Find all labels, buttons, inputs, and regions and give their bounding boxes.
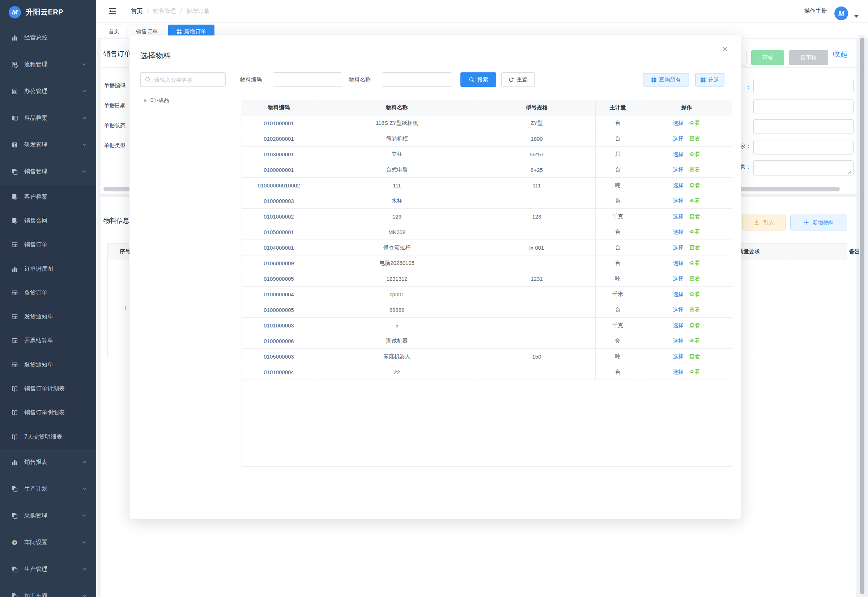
sidebar-item-17[interactable]: 销售报表: [0, 448, 96, 475]
sidebar-item-8[interactable]: 销售订单: [0, 233, 96, 257]
add-material-button[interactable]: 新增物料: [790, 215, 847, 230]
select-link[interactable]: 选择: [673, 369, 684, 376]
select-link[interactable]: 选择: [673, 120, 684, 127]
vertical-scrollbar-track[interactable]: [859, 35, 865, 597]
query-all-button[interactable]: 查询所有: [643, 73, 689, 86]
select-link[interactable]: 选择: [673, 306, 684, 313]
view-link[interactable]: 查看: [689, 135, 700, 142]
select-link[interactable]: 选择: [673, 198, 684, 205]
sidebar-item-6[interactable]: 客户档案: [0, 185, 96, 209]
sidebar-item-11[interactable]: 发货通知单: [0, 304, 96, 328]
sidebar-item-19[interactable]: 采购管理: [0, 502, 96, 529]
view-link[interactable]: 查看: [689, 198, 700, 205]
view-link[interactable]: 查看: [689, 260, 700, 267]
cell-code: 0109000005: [242, 271, 316, 286]
search-button[interactable]: 搜索: [461, 72, 496, 87]
manual-link[interactable]: 操作手册: [804, 7, 827, 15]
view-link[interactable]: 查看: [689, 229, 700, 236]
view-link[interactable]: 查看: [689, 151, 700, 158]
view-link[interactable]: 查看: [689, 306, 700, 313]
sidebar-item-0[interactable]: 经营总控: [0, 24, 96, 51]
table-icon: [11, 241, 18, 249]
select-link[interactable]: 选择: [673, 322, 684, 329]
select-link[interactable]: 选择: [673, 229, 684, 236]
select-link[interactable]: 选择: [673, 213, 684, 220]
sidebar-item-10[interactable]: 备货订单: [0, 281, 96, 304]
avatar-caret-icon[interactable]: [854, 15, 859, 18]
select-link[interactable]: 选择: [673, 337, 684, 345]
material-name-input[interactable]: [382, 72, 452, 87]
select-link[interactable]: 选择: [673, 260, 684, 267]
cell-unit: 吨: [595, 178, 640, 193]
reset-button[interactable]: 重置: [501, 72, 535, 87]
right-form-input-3[interactable]: [753, 140, 853, 154]
select-link[interactable]: 选择: [673, 182, 684, 189]
collapse-link[interactable]: 收起: [833, 49, 847, 59]
sidebar-item-13[interactable]: 退货通知单: [0, 353, 96, 377]
view-link[interactable]: 查看: [689, 322, 700, 329]
resize-grip-icon[interactable]: [847, 170, 852, 174]
sidebar-item-1[interactable]: 流程管理: [0, 51, 96, 78]
close-icon[interactable]: ×: [722, 44, 728, 54]
sidebar-item-label: 加工车间: [24, 592, 82, 597]
cell-name: 立柱: [316, 147, 478, 162]
table-row: 0105000003家庭机器人150吨选择查看: [242, 349, 732, 364]
view-link[interactable]: 查看: [689, 291, 700, 298]
view-link[interactable]: 查看: [689, 353, 700, 360]
sidebar-item-5[interactable]: 销售管理: [0, 158, 96, 185]
sidebar-item-22[interactable]: 加工车间: [0, 582, 96, 597]
sidebar-item-3[interactable]: 料品档案: [0, 105, 96, 131]
sidebar-collapse-icon[interactable]: [107, 6, 117, 16]
select-link[interactable]: 选择: [673, 244, 684, 251]
cell-unit: 台: [595, 364, 640, 380]
sidebar-item-15[interactable]: 销售订单明细表: [0, 401, 96, 425]
sidebar-item-9[interactable]: 订单进度图: [0, 257, 96, 281]
table-row: 0106000009电脑20260105台选择查看: [242, 255, 732, 271]
sidebar-item-4[interactable]: 研发管理: [0, 131, 96, 158]
select-link[interactable]: 选择: [673, 353, 684, 360]
select-link[interactable]: 选择: [673, 135, 684, 142]
sidebar-item-7[interactable]: 销售合同: [0, 209, 96, 233]
view-link[interactable]: 查看: [689, 182, 700, 189]
multi-select-button[interactable]: 连选: [695, 73, 724, 86]
vertical-scrollbar-thumb[interactable]: [860, 38, 864, 594]
right-form-input-0[interactable]: [753, 79, 853, 94]
view-link[interactable]: 查看: [689, 244, 700, 251]
breadcrumb-item-0[interactable]: 首页: [131, 7, 142, 15]
import-button[interactable]: 引入: [742, 215, 785, 230]
cell-operations: 选择查看: [640, 271, 733, 286]
select-link[interactable]: 选择: [673, 275, 684, 282]
sidebar-item-18[interactable]: 生产计划: [0, 475, 96, 502]
sidebar-item-14[interactable]: 销售订单计划表: [0, 377, 96, 401]
material-code-input[interactable]: [273, 72, 342, 87]
cell-name: 123: [316, 209, 478, 224]
tree-caret-icon[interactable]: [144, 98, 147, 103]
right-form-input-2[interactable]: [753, 119, 853, 134]
remark-textarea[interactable]: [753, 160, 853, 175]
view-link[interactable]: 查看: [689, 166, 700, 173]
right-form-input-1[interactable]: [753, 100, 853, 114]
sidebar-item-12[interactable]: 开票结算单: [0, 329, 96, 353]
table-row: 01000000010002111111吨选择查看: [242, 178, 732, 193]
view-link[interactable]: 查看: [689, 213, 700, 220]
category-search-input[interactable]: [140, 72, 226, 87]
cell-operations: 选择查看: [640, 178, 733, 193]
audit-button[interactable]: 审核: [751, 50, 784, 65]
view-link[interactable]: 查看: [689, 337, 700, 345]
category-tree-item[interactable]: 01-成品: [144, 97, 169, 104]
select-link[interactable]: 选择: [673, 166, 684, 173]
sidebar-item-20[interactable]: 车间设置: [0, 529, 96, 556]
page-tab-0[interactable]: 首页: [104, 25, 124, 39]
view-link[interactable]: 查看: [689, 369, 700, 376]
select-link[interactable]: 选择: [673, 151, 684, 158]
sidebar-item-21[interactable]: 生产管理: [0, 556, 96, 582]
sidebar-item-16[interactable]: 7天交货明细表: [0, 425, 96, 448]
sidebar-item-label: 流程管理: [24, 61, 82, 68]
sidebar-item-2[interactable]: 办公管理: [0, 78, 96, 105]
avatar[interactable]: M: [834, 6, 848, 20]
view-link[interactable]: 查看: [689, 275, 700, 282]
view-link[interactable]: 查看: [689, 120, 700, 127]
unaudit-button[interactable]: 反审核: [789, 50, 828, 65]
sidebar-item-label: 发货通知单: [24, 313, 87, 321]
select-link[interactable]: 选择: [673, 291, 684, 298]
